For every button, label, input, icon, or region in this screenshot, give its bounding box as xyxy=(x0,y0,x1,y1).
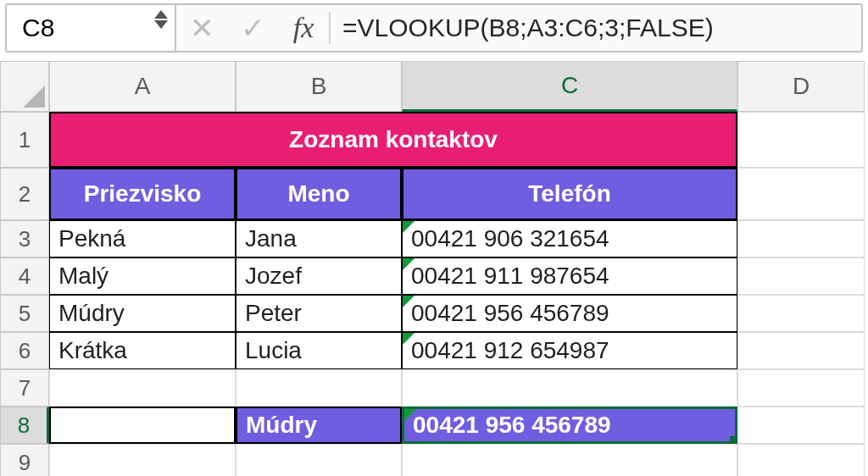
row-header-5[interactable]: 5 xyxy=(0,295,49,332)
cell-D2[interactable] xyxy=(737,168,865,220)
name-box-stepper[interactable] xyxy=(154,10,168,29)
row-header-6[interactable]: 6 xyxy=(0,332,49,369)
column-headers: A B C D xyxy=(49,61,865,112)
cell-B5[interactable]: Peter xyxy=(236,295,402,332)
row-headers: 1 2 3 4 5 6 7 8 9 xyxy=(0,112,49,476)
cell-title[interactable]: Zoznam kontaktov xyxy=(49,112,737,168)
name-box-value: C8 xyxy=(22,14,54,42)
row-header-1[interactable]: 1 xyxy=(0,112,49,168)
cell-A9[interactable] xyxy=(49,444,236,476)
cell-B4[interactable]: Jozef xyxy=(236,257,402,295)
cell-A5[interactable]: Múdry xyxy=(49,295,236,332)
cell-A4[interactable]: Malý xyxy=(49,257,236,295)
cell-C7[interactable] xyxy=(402,369,737,407)
cell-B6[interactable]: Lucia xyxy=(236,332,402,369)
row-header-8[interactable]: 8 xyxy=(0,407,49,444)
cell-C6[interactable]: 00421 912 654987 xyxy=(402,332,737,369)
cells: Zoznam kontaktov Priezvisko Meno Telefón… xyxy=(49,112,865,476)
accept-formula-button[interactable]: ✓ xyxy=(227,5,278,51)
close-icon: ✕ xyxy=(190,11,214,45)
row-header-7[interactable]: 7 xyxy=(0,369,49,407)
name-box[interactable]: C8 xyxy=(7,5,176,51)
cell-D1[interactable] xyxy=(737,112,865,168)
cell-B7[interactable] xyxy=(236,369,402,407)
cell-header-surname[interactable]: Priezvisko xyxy=(49,168,236,220)
cell-D8[interactable] xyxy=(737,407,865,444)
cell-A3[interactable]: Pekná xyxy=(49,220,236,257)
row-header-9[interactable]: 9 xyxy=(0,444,49,476)
cell-A6[interactable]: Krátka xyxy=(49,332,236,369)
row-header-3[interactable]: 3 xyxy=(0,220,49,257)
cell-header-phone[interactable]: Telefón xyxy=(402,168,737,220)
cell-B9[interactable] xyxy=(236,444,402,476)
formula-input[interactable]: =VLOOKUP(B8;A3:C6;3;FALSE) xyxy=(331,14,861,42)
cell-D3[interactable] xyxy=(737,220,865,257)
cell-B3[interactable]: Jana xyxy=(236,220,402,257)
formula-bar: C8 ✕ ✓ fx =VLOOKUP(B8;A3:C6;3;FALSE) xyxy=(5,3,863,53)
column-header-D[interactable]: D xyxy=(737,61,865,112)
cell-D5[interactable] xyxy=(737,295,865,332)
cell-C4[interactable]: 00421 911 987654 xyxy=(402,257,737,295)
cell-D4[interactable] xyxy=(737,257,865,295)
cell-C8[interactable]: 00421 956 456789 xyxy=(402,407,737,444)
check-icon: ✓ xyxy=(241,11,264,45)
row-header-4[interactable]: 4 xyxy=(0,257,49,295)
cell-D9[interactable] xyxy=(737,444,865,476)
fill-handle[interactable] xyxy=(730,436,737,444)
cell-A8[interactable] xyxy=(49,407,236,444)
chevron-up-icon xyxy=(154,10,168,19)
cell-A7[interactable] xyxy=(49,369,236,407)
row-header-2[interactable]: 2 xyxy=(0,168,49,220)
cell-D7[interactable] xyxy=(737,369,865,407)
cell-B8[interactable]: Múdry xyxy=(236,407,402,444)
cell-C5[interactable]: 00421 956 456789 xyxy=(402,295,737,332)
column-header-C[interactable]: C xyxy=(402,61,737,112)
cell-header-name[interactable]: Meno xyxy=(236,168,402,220)
column-header-A[interactable]: A xyxy=(49,61,236,112)
cell-D6[interactable] xyxy=(737,332,865,369)
cell-C8-value: 00421 956 456789 xyxy=(413,412,611,439)
select-all-corner[interactable] xyxy=(0,61,49,112)
cell-C3[interactable]: 00421 906 321654 xyxy=(402,220,737,257)
cancel-formula-button[interactable]: ✕ xyxy=(176,5,227,51)
cell-C9[interactable] xyxy=(402,444,737,476)
column-header-B[interactable]: B xyxy=(236,61,402,112)
chevron-down-icon xyxy=(154,20,168,29)
insert-function-button[interactable]: fx xyxy=(278,5,329,51)
fx-icon: fx xyxy=(293,12,314,44)
